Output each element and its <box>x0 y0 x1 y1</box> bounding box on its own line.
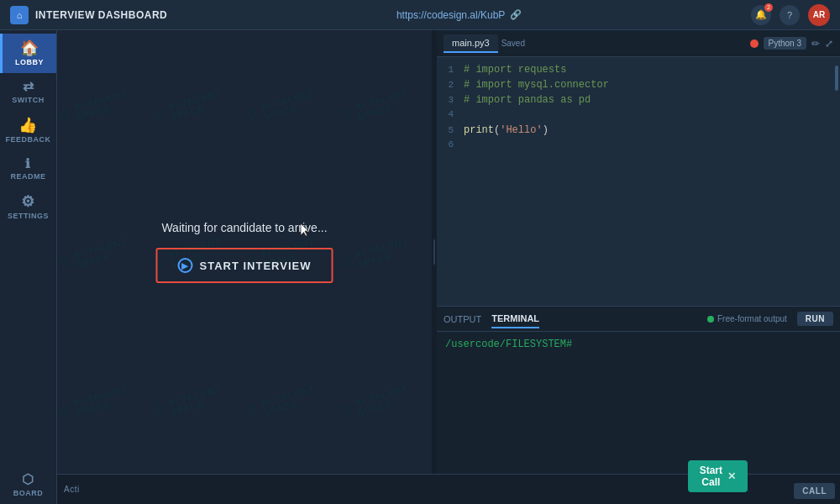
watermark-item: ✿AI TALENT SPACE <box>134 317 262 474</box>
sidebar-label-settings: SETTINGS <box>8 212 49 220</box>
avatar[interactable]: AR <box>808 4 830 26</box>
free-format-text: Free-format output <box>717 314 787 323</box>
code-line-3: 3 # import pandas as pd <box>437 94 840 109</box>
watermark-item: ✿AI TALENT SPACE <box>57 169 168 336</box>
tab-output[interactable]: OUTPUT <box>444 311 481 328</box>
help-icon[interactable]: ? <box>780 5 800 25</box>
sidebar: 🏠 LOBBY ⇄ SWITCH 👍 FEEDBACK ℹ README ⚙ S… <box>0 30 57 504</box>
topbar: ⌂ INTERVIEW DASHBOARD https://codesign.a… <box>0 0 840 30</box>
notification-badge: 2 <box>764 3 773 12</box>
run-button[interactable]: RUN <box>797 312 833 326</box>
start-call-button[interactable]: Start Call ✕ <box>688 460 748 492</box>
watermark-item: ✿AI TALENT SPACE <box>134 30 262 187</box>
tab-terminal[interactable]: TERMINAL <box>491 310 539 328</box>
left-panel: ✿AI TALENT SPACE ✿AI TALENT SPACE ✿AI TA… <box>57 30 432 474</box>
sidebar-item-board[interactable]: ⬡ BOARD <box>0 466 56 504</box>
scrollbar[interactable] <box>835 66 838 91</box>
fullscreen-icon[interactable]: ⤢ <box>825 38 833 50</box>
terminal-content[interactable]: /usercode/FILESYSTEM# <box>437 332 840 474</box>
editor-controls: Python 3 ✏ ⤢ <box>750 37 833 50</box>
lobby-icon: 🏠 <box>20 40 39 55</box>
code-line-5: 5 print('Hello') <box>437 124 840 139</box>
switch-icon: ⇄ <box>23 80 34 93</box>
waiting-message: Waiting for candidate to arrive... <box>161 221 327 234</box>
watermark-item: ✿AI TALENT SPACE <box>57 317 168 474</box>
sidebar-item-lobby[interactable]: 🏠 LOBBY <box>0 34 56 73</box>
sidebar-label-feedback: FEEDBACK <box>5 135 50 144</box>
content-area: ✿AI TALENT SPACE ✿AI TALENT SPACE ✿AI TA… <box>57 30 840 504</box>
watermark-item: ✿AI TALENT SPACE <box>321 169 432 336</box>
call-button[interactable]: CALL <box>794 483 835 499</box>
code-line-1: 1 # import requests <box>437 64 840 79</box>
sidebar-item-readme[interactable]: ℹ README <box>0 150 56 187</box>
url-link[interactable]: https://codesign.al/KubP <box>396 9 505 21</box>
link-icon: 🔗 <box>510 9 522 20</box>
topbar-right: 🔔 2 ? AR <box>751 4 830 26</box>
code-line-2: 2 # import mysql.connector <box>437 79 840 94</box>
waiting-content: Waiting for candidate to arrive... ▶ STA… <box>156 221 333 283</box>
watermark-item: ✿AI TALENT SPACE <box>321 317 432 474</box>
terminal-panel: OUTPUT TERMINAL Free-format output RUN /… <box>437 306 840 474</box>
sidebar-item-settings[interactable]: ⚙ SETTINGS <box>0 187 56 227</box>
watermark-item: ✿AI TALENT SPACE <box>227 30 355 187</box>
sidebar-label-readme: README <box>10 172 45 181</box>
readme-icon: ℹ <box>25 157 31 170</box>
sidebar-item-feedback[interactable]: 👍 FEEDBACK <box>0 111 56 150</box>
watermark-item: ✿AI TALENT SPACE <box>227 317 355 474</box>
code-line-4: 4 <box>437 109 840 124</box>
tab-main-py3[interactable]: main.py3 <box>444 34 498 53</box>
sidebar-label-lobby: LOBBY <box>15 58 44 66</box>
notifications-icon[interactable]: 🔔 2 <box>751 5 771 25</box>
editor-tabs: main.py3 Saved Python 3 ✏ ⤢ <box>437 30 840 57</box>
status-dot <box>707 316 714 323</box>
sidebar-label-switch: SWITCH <box>12 96 45 104</box>
free-format-label: Free-format output <box>707 314 787 323</box>
board-icon: ⬡ <box>22 473 34 486</box>
topbar-left: ⌂ INTERVIEW DASHBOARD <box>10 6 167 24</box>
start-interview-label: START INTERVIEW <box>200 260 312 272</box>
app-title: INTERVIEW DASHBOARD <box>35 9 167 21</box>
code-line-6: 6 <box>437 139 840 155</box>
code-editor[interactable]: 1 # import requests 2 # import mysql.con… <box>437 57 840 306</box>
watermark-item: ✿AI TALENT SPACE <box>57 30 168 187</box>
language-badge: Python 3 <box>764 37 806 50</box>
sidebar-item-switch[interactable]: ⇄ SWITCH <box>0 73 56 111</box>
start-interview-button[interactable]: ▶ START INTERVIEW <box>156 248 333 283</box>
home-icon: ⌂ <box>10 6 29 24</box>
settings-icon: ⚙ <box>21 194 35 209</box>
bottom-bar: Acti Start Call ✕ CALL <box>57 474 840 504</box>
tab-saved-status: Saved <box>501 39 525 48</box>
red-dot-icon <box>750 39 759 48</box>
tab-filename: main.py3 <box>452 38 490 48</box>
feedback-icon: 👍 <box>18 118 38 133</box>
acti-label: Acti <box>64 485 80 494</box>
terminal-tabs: OUTPUT TERMINAL Free-format output RUN <box>437 307 840 332</box>
topbar-url: https://codesign.al/KubP 🔗 <box>396 9 522 21</box>
main-layout: 🏠 LOBBY ⇄ SWITCH 👍 FEEDBACK ℹ README ⚙ S… <box>0 30 840 504</box>
call-btn-area: CALL <box>794 483 835 499</box>
edit-icon[interactable]: ✏ <box>811 38 820 50</box>
right-panel: main.py3 Saved Python 3 ✏ ⤢ 1 # im <box>437 30 840 474</box>
close-call-icon[interactable]: ✕ <box>727 470 736 482</box>
watermark-item: ✿AI TALENT SPACE <box>321 30 432 187</box>
play-icon: ▶ <box>178 258 193 273</box>
terminal-path: /usercode/FILESYSTEM# <box>445 339 572 350</box>
start-call-label: Start Call <box>700 465 722 488</box>
sidebar-label-board: BOARD <box>13 489 44 497</box>
